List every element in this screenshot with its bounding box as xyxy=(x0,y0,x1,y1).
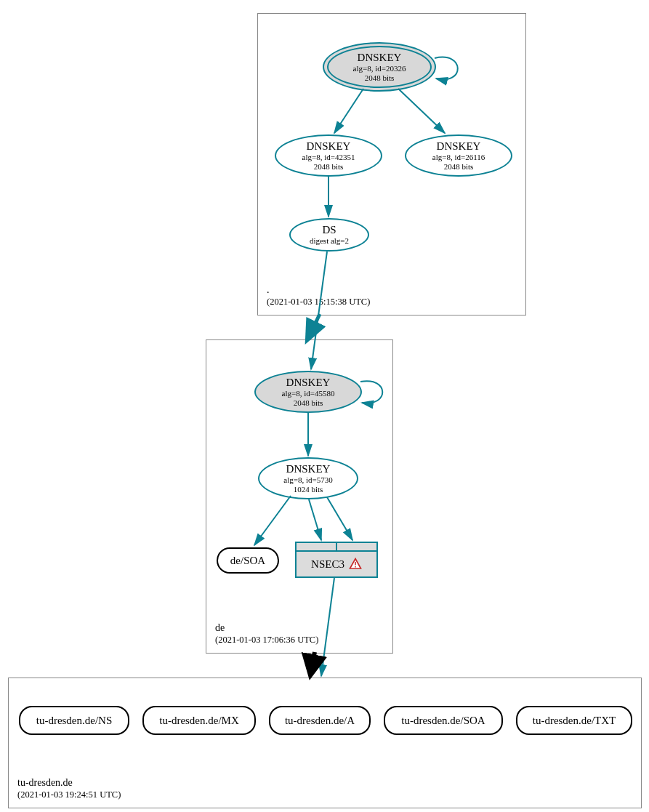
node-tud-a: tu-dresden.de/A xyxy=(269,706,371,735)
tud-ns-label: tu-dresden.de/NS xyxy=(36,715,113,727)
nsec3-header xyxy=(295,542,378,552)
root-ksk-line2: 2048 bits xyxy=(365,73,395,83)
root-zsk2-line1: alg=8, id=26116 xyxy=(432,153,485,162)
zone-tud: tu-dresden.de (2021-01-03 19:24:51 UTC) xyxy=(8,678,642,808)
root-ksk-line1: alg=8, id=20326 xyxy=(353,64,406,73)
node-de-nsec3: NSEC3 xyxy=(295,542,378,578)
node-root-zsk2: DNSKEY alg=8, id=26116 2048 bits xyxy=(405,134,512,177)
node-root-ds: DS digest alg=2 xyxy=(289,218,369,252)
tud-a-label: tu-dresden.de/A xyxy=(285,715,355,727)
node-de-zsk: DNSKEY alg=8, id=5730 1024 bits xyxy=(258,457,358,499)
de-ksk-line1: alg=8, id=45580 xyxy=(282,389,335,398)
zone-de-name: de xyxy=(215,622,318,635)
node-tud-soa: tu-dresden.de/SOA xyxy=(384,706,503,735)
de-ksk-title: DNSKEY xyxy=(286,377,331,389)
tud-mx-label: tu-dresden.de/MX xyxy=(159,715,239,727)
edge-root-to-de xyxy=(308,314,320,338)
zone-de-timestamp: (2021-01-03 17:06:36 UTC) xyxy=(215,635,318,646)
de-zsk-line2: 1024 bits xyxy=(294,485,323,494)
warning-icon xyxy=(349,558,362,571)
node-root-zsk1: DNSKEY alg=8, id=42351 2048 bits xyxy=(275,134,382,177)
root-ds-title: DS xyxy=(322,224,336,236)
root-zsk1-line1: alg=8, id=42351 xyxy=(302,153,355,162)
nsec3-label: NSEC3 xyxy=(311,558,344,571)
zone-root-timestamp: (2021-01-03 15:15:38 UTC) xyxy=(267,297,370,307)
tud-txt-label: tu-dresden.de/TXT xyxy=(533,715,616,727)
root-zsk2-line2: 2048 bits xyxy=(444,162,474,172)
node-tud-ns: tu-dresden.de/NS xyxy=(19,706,129,735)
node-tud-mx: tu-dresden.de/MX xyxy=(142,706,256,735)
root-zsk2-title: DNSKEY xyxy=(437,140,481,153)
zone-tud-timestamp: (2021-01-03 19:24:51 UTC) xyxy=(17,789,121,800)
root-ksk-title: DNSKEY xyxy=(358,52,402,64)
de-ksk-line2: 2048 bits xyxy=(294,398,323,408)
root-zsk1-line2: 2048 bits xyxy=(314,162,344,172)
root-zsk1-title: DNSKEY xyxy=(307,140,351,153)
zone-root-name: . xyxy=(267,284,370,297)
root-ds-line1: digest alg=2 xyxy=(310,236,349,246)
node-de-soa: de/SOA xyxy=(217,547,279,574)
de-zsk-title: DNSKEY xyxy=(286,463,331,475)
tud-soa-label: tu-dresden.de/SOA xyxy=(401,715,485,727)
node-tud-txt: tu-dresden.de/TXT xyxy=(516,706,632,735)
svg-rect-1 xyxy=(355,566,356,568)
svg-rect-0 xyxy=(355,562,356,566)
zone-tud-name: tu-dresden.de xyxy=(17,777,121,789)
node-de-ksk: DNSKEY alg=8, id=45580 2048 bits xyxy=(254,371,362,413)
de-zsk-line1: alg=8, id=5730 xyxy=(283,475,332,485)
de-soa-label: de/SOA xyxy=(230,555,265,567)
edge-de-to-tud xyxy=(311,652,315,672)
